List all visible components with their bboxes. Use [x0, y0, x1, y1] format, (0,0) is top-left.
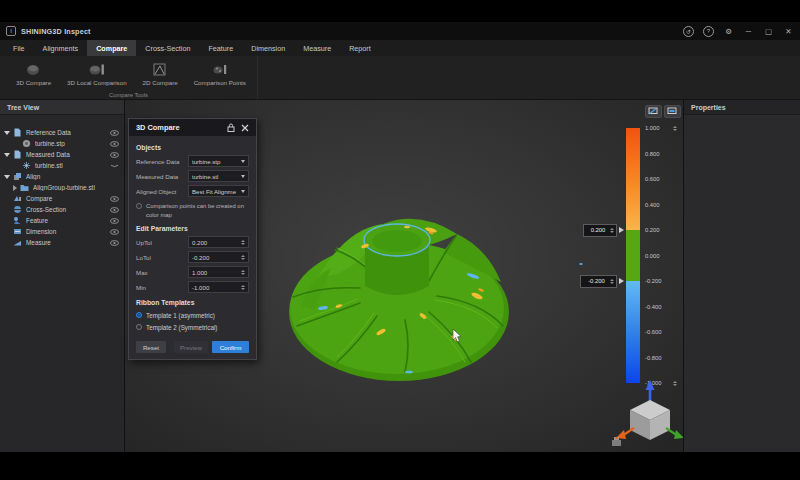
spinner-icon[interactable]	[241, 285, 245, 290]
expander-down-icon[interactable]	[4, 131, 10, 135]
tool-3d-compare[interactable]: 3D Compare	[10, 60, 57, 88]
eye-closed-icon[interactable]	[110, 163, 119, 169]
edit-parameters-section-label: Edit Parameters	[136, 225, 249, 232]
comparison-points-checkbox-row[interactable]: Comparison points can be created on colo…	[136, 202, 249, 219]
spinner-icon[interactable]	[610, 228, 614, 233]
close-button[interactable]: ✕	[783, 26, 794, 37]
window-controls: ↺ ? ⚙ ─ ▢ ✕	[683, 26, 794, 37]
template2-radio-row[interactable]: Template 2 (Symmetrical)	[136, 322, 249, 332]
menu-bar: File Alignments Compare Cross-Section Fe…	[0, 40, 800, 56]
lower-tolerance-value: -0.200	[583, 278, 610, 284]
eye-icon[interactable]	[110, 240, 119, 246]
tool-3d-local-comparison[interactable]: 3D Local Comparison	[61, 60, 133, 88]
tool-comparison-points[interactable]: Comparison Points	[188, 60, 252, 88]
spinner-icon[interactable]	[241, 255, 245, 260]
select-value: turbine.stl	[192, 173, 241, 180]
tree-item-aligngroup[interactable]: AlignGroup-turbine.stl	[0, 182, 124, 193]
lower-tolerance-input[interactable]: -0.200	[580, 275, 617, 288]
colorbar-tick: 0.600	[645, 176, 671, 182]
expander-down-icon[interactable]	[4, 153, 10, 157]
expander-right-icon[interactable]	[13, 185, 17, 191]
min-input[interactable]: -1.000	[188, 281, 249, 293]
tool-2d-compare[interactable]: 2D Compare	[137, 60, 184, 88]
lotol-input[interactable]: -0.200	[188, 251, 249, 263]
radio-icon[interactable]	[136, 324, 142, 330]
tree-item-compare[interactable]: Compare	[0, 193, 124, 204]
orientation-axis-widget[interactable]: Y	[610, 378, 683, 450]
upper-tolerance-input[interactable]: 0.200	[583, 224, 617, 237]
radio-selected-icon[interactable]	[136, 312, 142, 318]
3d-local-comparison-icon	[88, 62, 106, 77]
menu-compare[interactable]: Compare	[87, 40, 136, 56]
tool-label: 2D Compare	[143, 79, 178, 86]
tree-item-measure[interactable]: Measure	[0, 237, 124, 248]
radio-label: Template 2 (Symmetrical)	[146, 324, 217, 331]
menu-feature[interactable]: Feature	[199, 40, 242, 56]
eye-icon[interactable]	[110, 141, 119, 147]
menu-file[interactable]: File	[4, 40, 34, 56]
tree-item-cross-section[interactable]: Cross-Section	[0, 204, 124, 215]
deviation-colorbar[interactable]	[626, 128, 640, 383]
tree-item-dimension[interactable]: Dimension	[0, 226, 124, 237]
dimension-icon	[13, 227, 22, 236]
select-value: turbine.stp	[192, 158, 241, 165]
cad-model-icon	[22, 139, 31, 148]
3d-viewport[interactable]: 1.000 0.800 0.600 0.400 0.200 0.000 -0.2…	[125, 100, 683, 452]
menu-report[interactable]: Report	[340, 40, 380, 56]
uptol-input[interactable]: 0.200	[188, 236, 249, 248]
tree-item-label: Reference Data	[26, 129, 108, 136]
tree-body: Reference Data turbine.stp Measured Data	[0, 115, 124, 248]
colorbar-settings-button[interactable]	[664, 105, 681, 118]
lower-tolerance-pointer-icon	[619, 278, 624, 284]
eye-icon[interactable]	[110, 229, 119, 235]
spinner-icon[interactable]	[241, 240, 245, 245]
tree-item-reference-data[interactable]: Reference Data	[0, 127, 124, 138]
chevron-down-icon	[241, 160, 245, 163]
tree-item-turbine-stp[interactable]: turbine.stp	[0, 138, 124, 149]
eye-icon[interactable]	[110, 207, 119, 213]
help-icon[interactable]: ?	[703, 26, 714, 37]
checkbox-icon[interactable]	[136, 203, 142, 209]
tree-item-align[interactable]: Align	[0, 171, 124, 182]
confirm-button[interactable]: Confirm	[212, 341, 249, 353]
tree-item-turbine-stl[interactable]: turbine.stl	[0, 160, 124, 171]
aligned-object-select[interactable]: Best Fit Alignme	[188, 185, 249, 197]
colorbar-edit-button[interactable]	[645, 105, 662, 118]
spinner-icon[interactable]	[241, 270, 245, 275]
max-input[interactable]: 1.000	[188, 266, 249, 278]
eye-icon[interactable]	[110, 152, 119, 158]
colorbar-tick: 1.000	[645, 125, 671, 131]
aligned-object-row: Aligned Object Best Fit Alignme	[136, 185, 249, 197]
menu-measure[interactable]: Measure	[294, 40, 340, 56]
minimize-button[interactable]: ─	[743, 26, 754, 37]
document-icon	[13, 128, 22, 137]
tree-item-feature[interactable]: Feature	[0, 215, 124, 226]
spinner-icon[interactable]	[610, 279, 614, 284]
pin-lock-icon[interactable]	[227, 123, 235, 132]
template1-radio-row[interactable]: Template 1 (asymmetric)	[136, 310, 249, 320]
menu-dimension[interactable]: Dimension	[242, 40, 294, 56]
dialog-header[interactable]: 3D Compare	[129, 119, 256, 136]
settings-gear-icon[interactable]: ⚙	[723, 26, 734, 37]
eye-icon[interactable]	[110, 218, 119, 224]
tree-item-measured-data[interactable]: Measured Data	[0, 149, 124, 160]
maximize-button[interactable]: ▢	[763, 26, 774, 37]
measured-data-select[interactable]: turbine.stl	[188, 170, 249, 182]
undo-icon[interactable]: ↺	[683, 26, 694, 37]
dialog-close-icon[interactable]	[241, 124, 249, 132]
preview-button[interactable]: Preview	[174, 341, 208, 353]
eye-icon[interactable]	[110, 196, 119, 202]
expander-down-icon[interactable]	[4, 175, 10, 179]
field-label: Aligned Object	[136, 188, 188, 195]
param-value: 1.000	[192, 269, 241, 276]
menu-cross-section[interactable]: Cross-Section	[136, 40, 199, 56]
ribbon-toolbar: 3D Compare 3D Local Comparison 2D Compar…	[0, 56, 800, 100]
menu-alignments[interactable]: Alignments	[34, 40, 88, 56]
param-label: UpTol	[136, 239, 188, 246]
reference-data-select[interactable]: turbine.stp	[188, 155, 249, 167]
colorbar-max-spinner[interactable]	[673, 126, 677, 131]
tree-item-label: AlignGroup-turbine.stl	[33, 184, 108, 191]
reset-button[interactable]: Reset	[136, 341, 166, 353]
colorbar-lower-segment	[626, 281, 640, 383]
eye-icon[interactable]	[110, 130, 119, 136]
